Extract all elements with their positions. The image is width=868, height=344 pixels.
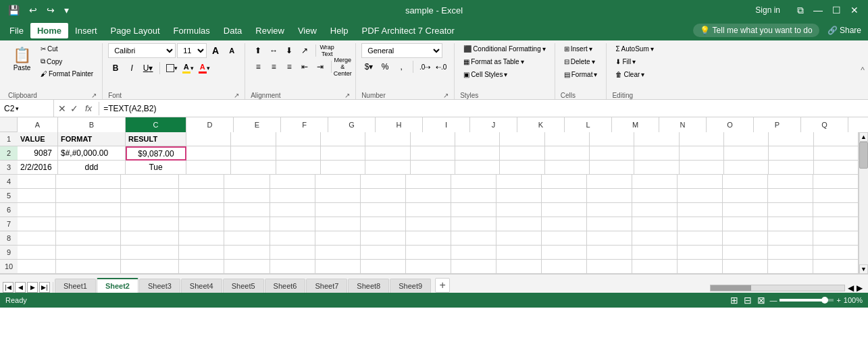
- align-middle-button[interactable]: ↔: [266, 43, 281, 58]
- cell-A4[interactable]: [18, 175, 56, 189]
- cell-A10[interactable]: [18, 260, 56, 274]
- cell-H3[interactable]: [365, 161, 410, 175]
- redo-icon[interactable]: ↪: [44, 3, 57, 17]
- cell-L1[interactable]: [545, 132, 590, 146]
- col-header-L[interactable]: L: [565, 117, 612, 132]
- share-button[interactable]: 🔗 Share: [823, 24, 865, 36]
- menu-item-pdf[interactable]: PDF Architect 7 Creator: [355, 23, 461, 38]
- cell-L3[interactable]: [545, 161, 590, 175]
- menu-item-data[interactable]: Data: [217, 23, 249, 38]
- orientation-button[interactable]: ↗: [297, 43, 312, 58]
- cell-G2[interactable]: [321, 146, 365, 161]
- restore-down-icon[interactable]: ⧉: [793, 3, 808, 18]
- align-center-button[interactable]: ≡: [266, 59, 281, 74]
- cell-I3[interactable]: [411, 161, 455, 175]
- paste-button[interactable]: 📋 Paste: [8, 43, 36, 75]
- cell-A9[interactable]: [18, 246, 56, 260]
- page-break-view-button[interactable]: ⊠: [756, 295, 767, 306]
- zoom-plus-button[interactable]: +: [836, 296, 840, 304]
- col-header-J[interactable]: J: [470, 117, 517, 132]
- cell-P1[interactable]: [724, 132, 769, 146]
- cell-C3[interactable]: Tue: [126, 161, 186, 175]
- col-header-I[interactable]: I: [423, 117, 470, 132]
- cell-M2[interactable]: [590, 146, 634, 161]
- add-sheet-button[interactable]: +: [435, 278, 450, 293]
- cell-Q2[interactable]: [769, 146, 813, 161]
- cell-E1[interactable]: [231, 132, 276, 146]
- cell-R1[interactable]: [814, 132, 859, 146]
- insert-button[interactable]: ⊞ Insert ▾: [561, 43, 596, 55]
- scroll-down-button[interactable]: ▼: [859, 264, 868, 274]
- bold-button[interactable]: B: [108, 61, 123, 76]
- sheet-tab-Sheet1[interactable]: Sheet1: [55, 279, 96, 293]
- menu-item-file[interactable]: File: [3, 23, 30, 38]
- col-header-F[interactable]: F: [281, 117, 328, 132]
- increase-decimal-button[interactable]: .0⇢: [417, 59, 432, 74]
- format-as-table-button[interactable]: ▦ Format as Table ▾: [460, 56, 528, 67]
- indent-increase-button[interactable]: ⇥: [313, 59, 328, 74]
- copy-button[interactable]: ⧉ Copy: [37, 55, 97, 67]
- sheet-tab-Sheet3[interactable]: Sheet3: [139, 279, 180, 293]
- comma-button[interactable]: ,: [394, 59, 409, 74]
- formula-input[interactable]: [99, 100, 868, 117]
- cell-B2[interactable]: $#,#0,000.00: [58, 146, 126, 161]
- cell-A6[interactable]: [18, 203, 56, 217]
- cell-O3[interactable]: [680, 161, 724, 175]
- font-size-select[interactable]: 11: [177, 43, 207, 58]
- italic-button[interactable]: I: [124, 61, 139, 76]
- font-color-button[interactable]: A ▾: [197, 61, 211, 76]
- cell-K3[interactable]: [500, 161, 544, 175]
- cell-A5[interactable]: [18, 189, 56, 203]
- font-dialog-btn[interactable]: ↗: [234, 92, 239, 99]
- menu-item-insert[interactable]: Insert: [68, 23, 104, 38]
- sheet-tab-Sheet2[interactable]: Sheet2: [97, 278, 138, 293]
- menu-item-home[interactable]: Home: [30, 23, 68, 38]
- h-scrollbar-track[interactable]: [710, 285, 845, 291]
- cell-A7[interactable]: [18, 217, 56, 231]
- h-scroll-right-btn[interactable]: ▶: [857, 283, 863, 293]
- cell-J3[interactable]: [455, 161, 500, 175]
- zoom-minus-button[interactable]: —: [769, 296, 777, 304]
- cell-N3[interactable]: [634, 161, 679, 175]
- format-painter-button[interactable]: 🖌 Format Painter: [37, 68, 97, 80]
- cell-R2[interactable]: [814, 146, 859, 161]
- cell-ref-dropdown-icon[interactable]: ▾: [16, 105, 19, 112]
- font-grow-button[interactable]: A: [208, 43, 223, 58]
- menu-item-page-layout[interactable]: Page Layout: [104, 23, 167, 38]
- normal-view-button[interactable]: ⊞: [729, 295, 740, 306]
- cut-button[interactable]: ✂ Cut: [37, 43, 97, 55]
- clipboard-dialog-btn[interactable]: ↗: [91, 92, 97, 99]
- cell-P2[interactable]: [724, 146, 769, 161]
- save-icon[interactable]: 💾: [5, 3, 22, 17]
- col-header-E[interactable]: E: [234, 117, 281, 132]
- merge-center-button[interactable]: Merge & Center: [335, 59, 350, 74]
- conditional-formatting-button[interactable]: ⬛ Conditional Formatting ▾: [460, 43, 549, 55]
- undo-icon[interactable]: ↩: [26, 3, 40, 17]
- cell-O2[interactable]: [680, 146, 724, 161]
- cell-O1[interactable]: [680, 132, 724, 146]
- cell-F1[interactable]: [276, 132, 321, 146]
- row-header-6[interactable]: 6: [0, 203, 18, 217]
- cell-C1[interactable]: RESULT: [126, 132, 186, 146]
- minimize-icon[interactable]: —: [809, 3, 827, 17]
- underline-button[interactable]: U ▾: [141, 61, 155, 76]
- col-header-R[interactable]: R: [848, 117, 868, 132]
- cell-A8[interactable]: [18, 231, 56, 246]
- border-button[interactable]: ▾: [164, 61, 179, 76]
- zoom-slider[interactable]: [780, 299, 834, 302]
- cell-F2[interactable]: [276, 146, 321, 161]
- cell-D3[interactable]: [186, 161, 231, 175]
- cell-A3[interactable]: 2/2/2016: [18, 161, 58, 175]
- row-header-2[interactable]: 2: [0, 146, 18, 161]
- sheet-last-tab-btn[interactable]: ▶|: [39, 282, 50, 293]
- cell-F3[interactable]: [276, 161, 321, 175]
- number-dialog-btn[interactable]: ↗: [443, 92, 449, 99]
- sheet-tab-Sheet4[interactable]: Sheet4: [181, 279, 222, 293]
- col-header-C[interactable]: C: [126, 117, 186, 132]
- cell-M3[interactable]: [590, 161, 634, 175]
- scroll-up-button[interactable]: ▲: [859, 132, 868, 142]
- row-header-7[interactable]: 7: [0, 217, 18, 231]
- cell-P3[interactable]: [724, 161, 769, 175]
- row-header-10[interactable]: 10: [0, 260, 18, 274]
- maximize-icon[interactable]: ☐: [828, 3, 845, 17]
